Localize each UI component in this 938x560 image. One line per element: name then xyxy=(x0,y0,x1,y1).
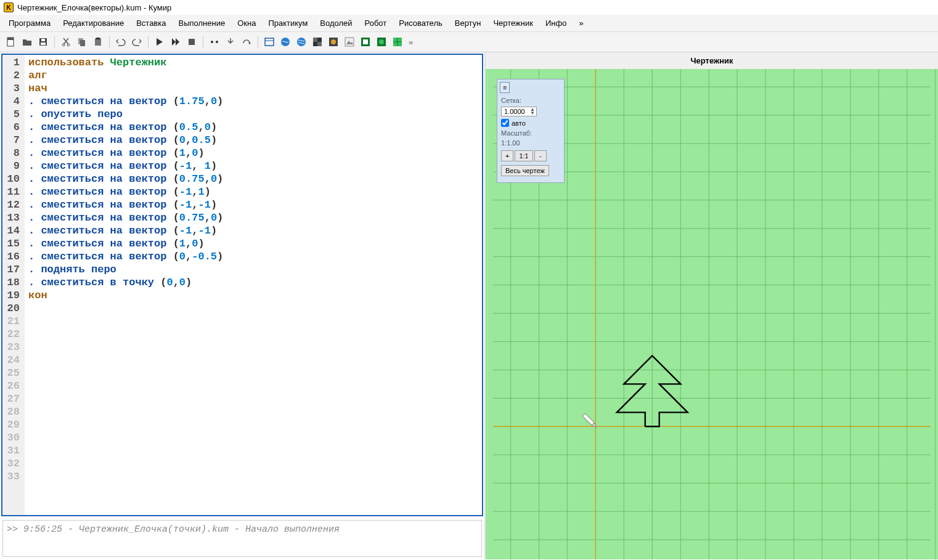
robot-icon[interactable] xyxy=(310,34,325,49)
painter-icon[interactable] xyxy=(342,34,357,49)
panel-menu-icon[interactable]: ≡ xyxy=(500,82,510,93)
svg-point-18 xyxy=(297,38,306,46)
svg-rect-15 xyxy=(265,38,274,46)
app-icon: K xyxy=(4,2,14,12)
drawer-controls-panel: ≡ Сетка: ▲▼ авто Масштаб: 1:1.00 + 1:1 xyxy=(497,79,565,183)
scale-value: 1:1.00 xyxy=(497,138,564,148)
menu-выполнение[interactable]: Выполнение xyxy=(172,16,231,30)
drawer-canvas[interactable]: ≡ Сетка: ▲▼ авто Масштаб: 1:1.00 + 1:1 xyxy=(486,69,938,559)
redo-icon[interactable] xyxy=(129,34,144,49)
actor-window-icon[interactable] xyxy=(262,34,277,49)
toolbar: » xyxy=(0,32,938,52)
window-title: Чертежник_Елочка(векторы).kum - Кумир xyxy=(17,3,171,12)
svg-point-14 xyxy=(249,43,251,44)
svg-rect-4 xyxy=(41,39,45,41)
svg-point-23 xyxy=(331,39,336,44)
turtle-icon[interactable] xyxy=(374,34,389,49)
drawer-icon[interactable] xyxy=(326,34,341,49)
svg-rect-20 xyxy=(313,38,317,42)
menu-окна[interactable]: Окна xyxy=(231,16,262,30)
grid-icon[interactable] xyxy=(390,34,405,49)
menu-практикум[interactable]: Практикум xyxy=(262,16,314,30)
zoom-reset-button[interactable]: 1:1 xyxy=(515,150,532,161)
cut-icon[interactable] xyxy=(59,34,73,49)
vodoley-icon[interactable] xyxy=(278,34,293,49)
menu-bar: ПрограммаРедактированиеВставкаВыполнение… xyxy=(0,15,938,32)
menu-чертежник[interactable]: Чертежник xyxy=(487,16,539,30)
save-file-icon[interactable] xyxy=(36,34,51,49)
auto-label: авто xyxy=(512,120,526,127)
step-icon[interactable] xyxy=(207,34,222,49)
menu-инфо[interactable]: Инфо xyxy=(539,16,573,30)
run-icon[interactable] xyxy=(152,34,167,49)
menu-редактирование[interactable]: Редактирование xyxy=(57,16,130,30)
undo-icon[interactable] xyxy=(113,34,128,49)
code-editor[interactable]: 1234567891011121314151617181920212223242… xyxy=(1,54,483,516)
svg-rect-21 xyxy=(317,42,322,46)
svg-rect-1 xyxy=(7,38,14,40)
grid-step-input[interactable]: ▲▼ xyxy=(501,107,537,116)
menu-водолей[interactable]: Водолей xyxy=(314,16,358,30)
zoom-out-button[interactable]: - xyxy=(534,150,547,161)
svg-rect-26 xyxy=(363,39,368,44)
svg-rect-11 xyxy=(189,39,195,45)
menu-»[interactable]: » xyxy=(573,16,589,30)
svg-rect-3 xyxy=(41,43,46,45)
drawer-panel-title: Чертежник xyxy=(486,52,938,69)
toolbar-more[interactable]: » xyxy=(406,38,413,47)
svg-point-12 xyxy=(211,41,213,43)
menu-рисователь[interactable]: Рисователь xyxy=(393,16,448,30)
fit-drawing-button[interactable]: Весь чертеж xyxy=(501,165,549,176)
line-gutter: 1234567891011121314151617181920212223242… xyxy=(2,55,25,515)
svg-rect-8 xyxy=(80,40,85,46)
code-area[interactable]: использовать Чертежникалгнач. сместиться… xyxy=(25,55,482,515)
svg-rect-10 xyxy=(96,38,100,39)
menu-программа[interactable]: Программа xyxy=(2,16,57,30)
scale-label: Масштаб: xyxy=(497,128,564,138)
menu-вставка[interactable]: Вставка xyxy=(130,16,172,30)
paste-icon[interactable] xyxy=(91,34,105,49)
menu-вертун[interactable]: Вертун xyxy=(449,16,487,30)
step-into-icon[interactable] xyxy=(223,34,238,49)
step-over-icon[interactable] xyxy=(239,34,254,49)
auto-checkbox[interactable] xyxy=(501,119,509,127)
svg-rect-152 xyxy=(582,413,594,425)
copy-icon[interactable] xyxy=(75,34,89,49)
zoom-in-button[interactable]: + xyxy=(501,150,513,161)
stop-icon[interactable] xyxy=(184,34,199,49)
svg-point-13 xyxy=(216,41,218,43)
svg-point-28 xyxy=(379,39,384,44)
menu-робот[interactable]: Робот xyxy=(359,16,393,30)
grid-label: Сетка: xyxy=(497,95,564,105)
open-file-icon[interactable] xyxy=(20,34,35,49)
new-file-icon[interactable] xyxy=(4,34,18,49)
vertun-icon[interactable] xyxy=(358,34,373,49)
title-bar: K Чертежник_Елочка(векторы).kum - Кумир xyxy=(0,0,938,15)
run-fast-icon[interactable] xyxy=(168,34,183,49)
vodoley2-icon[interactable] xyxy=(294,34,309,49)
output-console: >> 9:56:25 - Чертежник_Елочка(точки).kum… xyxy=(2,520,482,557)
